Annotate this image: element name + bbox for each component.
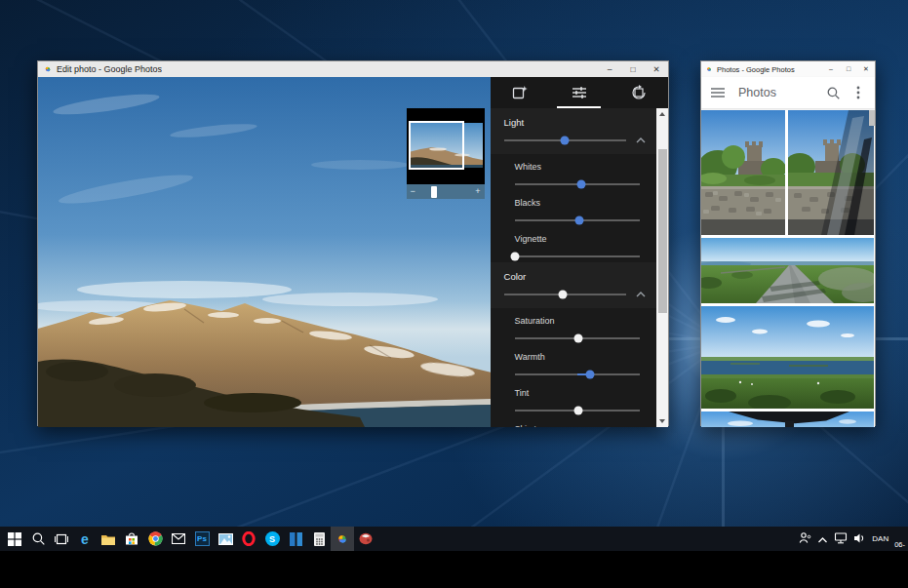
slider-light[interactable] [504,135,626,145]
photo-canvas: − + [38,77,491,427]
volume-icon[interactable] [853,530,866,548]
minimize-button[interactable]: – [822,61,840,77]
zoom-bar[interactable]: − + [407,184,485,199]
opera-icon[interactable] [237,527,260,551]
gallery-photo-castle-2[interactable] [788,110,874,235]
blue-tiles-app-icon[interactable] [284,527,307,551]
slider-label: Saturation [515,316,640,326]
slider-label: Vignette [515,234,640,244]
slider-thumb[interactable] [574,333,583,342]
slider-thumb[interactable] [575,216,584,224]
chevron-up-icon[interactable] [635,137,647,143]
panel-scrollbar[interactable] [656,108,668,427]
gallery-scrollbar-thumb[interactable] [869,110,875,126]
close-button[interactable]: ✕ [857,61,875,77]
slider-thumb[interactable] [561,136,570,144]
tune-icon [572,85,587,100]
slider-thumb[interactable] [576,179,585,188]
crop-rotate-icon [631,85,647,100]
adjustment-whites: Whites [491,154,656,190]
photos-app-header: Photos [701,77,875,108]
adjustment-tint: Tint [491,380,656,416]
photos-window-titlebar[interactable]: Photos - Google Photos – □ ✕ [701,61,875,77]
more-options-icon[interactable] [849,84,867,101]
network-icon[interactable] [834,530,848,548]
close-button[interactable]: ✕ [645,61,668,77]
edge-icon[interactable]: e [73,527,97,551]
slider-warmth[interactable] [515,369,640,379]
gallery-photo-lake[interactable] [701,306,874,409]
slider-label: Blacks [515,198,640,208]
slider-track[interactable] [515,255,640,257]
slider-blacks[interactable] [515,215,640,225]
maximize-button[interactable]: □ [621,61,645,77]
hamburger-menu-icon[interactable] [709,84,727,101]
mail-icon[interactable] [167,527,190,551]
slider-thumb[interactable] [574,406,583,414]
calculator-icon[interactable] [307,527,331,551]
start-button[interactable] [3,527,26,551]
edit-window-titlebar[interactable]: Edit photo - Google Photos – □ ✕ [38,61,668,77]
adjustment-skin-tone: Skin tone [491,416,656,427]
chevron-up-icon[interactable] [817,530,828,548]
edit-photo-window: Edit photo - Google Photos – □ ✕ [37,60,669,426]
minimize-button[interactable]: – [598,61,621,77]
slider-label: Tint [515,388,640,398]
adjustment-saturation: Saturation [491,308,656,344]
skype-icon[interactable]: S [260,527,284,551]
adjustment-blacks: Blacks [491,190,656,226]
gallery-photo-country-road[interactable] [701,238,874,303]
photos-window: Photos - Google Photos – □ ✕ Photos [700,60,876,426]
slider-thumb[interactable] [558,290,567,298]
adjustment-warmth: Warmth [491,344,656,380]
scroll-down-icon[interactable] [656,415,668,427]
group-light: Light [491,108,656,154]
scroll-up-icon[interactable] [656,108,668,120]
slider-thumb[interactable] [510,252,519,260]
people-icon[interactable] [799,530,811,548]
photoshop-icon[interactable]: Ps [190,527,214,551]
windows-photos-icon[interactable] [214,527,237,551]
zoom-handle[interactable] [431,186,437,198]
slider-label: Skin tone [515,424,640,427]
screen-letterbox [0,551,908,588]
navigator-viewport[interactable] [409,121,464,170]
edit-tab-bar [491,77,668,108]
scrollbar-thumb[interactable] [658,149,667,313]
language-indicator[interactable]: DAN [872,534,888,543]
tab-tune-adjustments[interactable] [549,77,609,108]
edit-window-title: Edit photo - Google Photos [57,64,162,74]
taskbar-search-icon[interactable] [26,527,50,551]
clock[interactable]: 06- [894,540,905,549]
file-explorer-icon[interactable] [97,527,120,551]
chevron-up-icon[interactable] [635,292,647,297]
slider-tint[interactable] [515,405,640,415]
zoom-in-icon[interactable]: + [471,184,484,199]
tab-crop-rotate[interactable] [609,77,668,108]
gallery-photo-castle-1[interactable] [701,110,785,235]
slider-color[interactable] [504,289,626,299]
taskbar: e Ps S [0,527,908,551]
slider-label: Whites [515,162,640,172]
edit-panel: Light Whites Blacks Vi [491,77,668,427]
slider-saturation[interactable] [515,333,640,343]
screen: Edit photo - Google Photos – □ ✕ [0,0,908,588]
system-tray: DAN 06- [799,527,908,551]
maximize-button[interactable]: □ [840,61,857,77]
task-view-icon[interactable] [50,527,73,551]
slider-vignette[interactable] [515,251,640,261]
zoom-track[interactable] [418,184,473,199]
chrome-icon[interactable] [143,527,167,551]
slider-thumb[interactable] [585,370,594,378]
navigator-thumbnail [407,108,485,184]
game-icon[interactable] [354,527,377,551]
adjust-groups: Light Whites Blacks Vi [491,108,656,427]
group-color: Color [491,262,656,308]
store-icon[interactable] [120,527,143,551]
google-photos-taskbar-icon[interactable] [331,527,354,551]
search-icon[interactable] [824,84,842,101]
zoom-navigator: − + [407,108,485,199]
gallery-photo-car-mirror[interactable] [701,412,874,427]
slider-whites[interactable] [515,178,640,189]
tab-auto-enhance[interactable] [491,77,550,108]
